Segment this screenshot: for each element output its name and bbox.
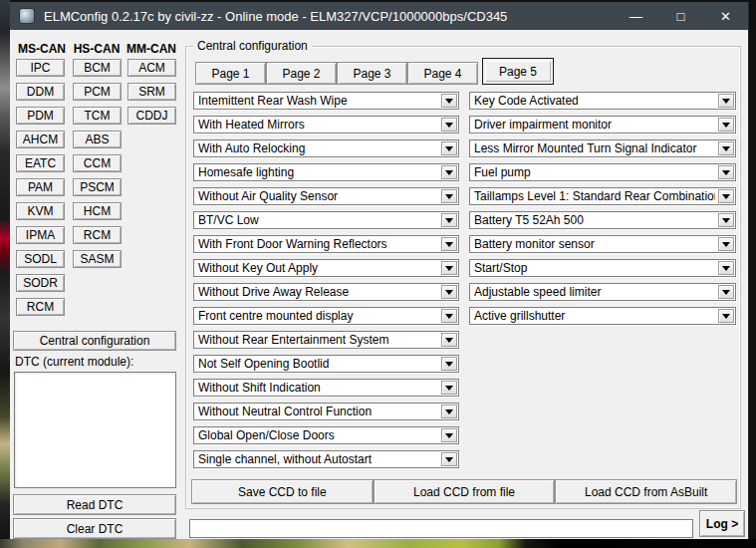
config-dropdown[interactable]: Without Shift Indication [193,379,459,397]
titlebar[interactable]: ELMConfig 0.2.17c by civil-zz - Online m… [10,2,748,30]
module-button[interactable]: SRM [127,83,176,101]
close-button-icon[interactable]: ✕ [703,2,748,30]
dropdown-arrow-button[interactable] [441,285,457,299]
module-button[interactable]: PCM [73,83,122,101]
module-button[interactable]: IPMA [16,226,65,244]
module-button[interactable]: TCM [73,107,122,125]
dropdown-arrow-button[interactable] [441,309,457,323]
dropdown-arrow-button[interactable] [718,118,734,132]
dropdown-arrow-button[interactable] [441,381,457,395]
module-button[interactable]: SASM [73,250,122,268]
config-dropdown[interactable]: Driver impairment monitor [469,116,736,134]
config-dropdown[interactable]: Key Code Activated [469,92,736,110]
config-dropdowns-left: Intemittent Rear Wash Wipe With Heated M… [193,92,459,468]
config-dropdown[interactable]: Without Air Quality Sensor [193,187,459,205]
config-dropdown[interactable]: Not Self Opening Bootlid [193,355,459,373]
config-dropdown[interactable]: Homesafe lighting [193,163,459,181]
dropdown-arrow-button[interactable] [718,261,734,275]
dropdown-arrow-button[interactable] [441,405,457,418]
config-dropdown[interactable]: Single channel, without Autostart [193,450,459,468]
chevron-down-icon [445,362,453,367]
ccd-button[interactable]: Load CCD from file [374,479,556,504]
config-dropdown[interactable]: Less Mirror Mounted Turn Signal Indicato… [469,139,736,157]
chevron-down-icon [445,123,453,128]
dropdown-arrow-button[interactable] [441,94,457,108]
dropdown-arrow-button[interactable] [718,237,734,251]
module-button[interactable]: RCM [16,298,65,316]
config-dropdown[interactable]: Battery monitor sensor [469,235,736,253]
page-tab[interactable]: Page 1 [195,62,266,85]
dropdown-arrow-button[interactable] [441,118,457,132]
dropdown-arrow-button[interactable] [441,141,457,155]
config-dropdown[interactable]: Without Key Out Apply [193,259,459,277]
config-dropdown[interactable]: Taillamps Level 1: Standard Rear Combina… [469,187,736,205]
module-button[interactable]: RCM [73,226,122,244]
config-dropdown[interactable]: Start/Stop [469,259,736,277]
module-button[interactable]: CDDJ [127,107,176,125]
dropdown-arrow-button[interactable] [441,261,457,275]
config-dropdown[interactable]: BT/VC Low [193,211,459,229]
module-button[interactable]: SODL [16,250,65,268]
module-button[interactable]: HCM [73,202,122,220]
dropdown-arrow-button[interactable] [441,452,457,466]
module-button[interactable]: PAM [16,178,65,196]
config-dropdown[interactable]: Front centre mounted display [193,307,459,325]
page-tab[interactable]: Page 5 [482,58,554,85]
minimize-button-icon[interactable]: — [614,2,658,30]
config-dropdown[interactable]: Without Neutral Control Function [193,403,459,420]
log-button[interactable]: Log > [699,510,745,537]
config-dropdown[interactable]: With Heated Mirrors [193,116,459,134]
config-dropdown[interactable]: With Front Door Warning Reflectors [193,235,459,253]
config-dropdown[interactable]: Without Rear Entertainment System [193,331,459,349]
module-button[interactable]: AHCM [16,131,65,148]
module-button[interactable]: SODR [16,274,65,292]
central-configuration-button[interactable]: Central configuration [13,331,176,351]
module-button[interactable]: BCM [73,59,122,77]
ccd-button[interactable]: Save CCD to file [191,479,374,504]
config-dropdown[interactable]: Fuel pump [469,163,736,181]
module-button[interactable]: PSCM [73,178,122,196]
config-dropdown[interactable]: Global Open/Close Doors [193,426,459,444]
module-button[interactable]: CCM [73,154,122,172]
module-button[interactable]: IPC [16,59,65,77]
dropdown-value: Without Air Quality Sensor [198,189,438,203]
page-tab[interactable]: Page 4 [407,62,478,85]
config-dropdown[interactable]: With Auto Relocking [193,139,459,157]
dropdown-arrow-button[interactable] [718,189,734,203]
dropdown-arrow-button[interactable] [718,141,734,155]
dropdown-arrow-button[interactable] [441,165,457,179]
module-button[interactable]: ACM [127,59,176,77]
config-dropdown[interactable]: Adjustable speed limiter [469,283,736,301]
config-dropdown[interactable]: Intemittent Rear Wash Wipe [193,92,459,110]
read-dtc-button[interactable]: Read DTC [13,494,176,515]
dropdown-arrow-button[interactable] [718,285,734,299]
dropdown-arrow-button[interactable] [441,333,457,347]
module-button[interactable]: EATC [16,154,65,172]
config-dropdown[interactable]: Without Drive Away Release [193,283,459,301]
dropdown-arrow-button[interactable] [441,237,457,251]
dropdown-arrow-button[interactable] [441,428,457,442]
dropdown-arrow-button[interactable] [718,165,734,179]
log-input[interactable] [189,519,693,538]
clear-dtc-button[interactable]: Clear DTC [13,518,176,539]
module-button[interactable]: DDM [16,83,65,101]
dropdown-arrow-button[interactable] [441,357,457,371]
maximize-button-icon[interactable]: □ [658,2,703,30]
dropdown-arrow-button[interactable] [718,309,734,323]
config-dropdown[interactable]: Active grillshutter [469,307,736,325]
ms-can-header: MS-CAN [16,42,68,56]
ccd-button[interactable]: Load CCD from AsBuilt [555,479,737,504]
dropdown-arrow-button[interactable] [718,213,734,227]
page-tab[interactable]: Page 3 [337,62,407,85]
dropdown-arrow-button[interactable] [441,213,457,227]
config-dropdown[interactable]: Battery T5 52Ah 500 [469,211,736,229]
dropdown-value: Active grillshutter [474,309,715,323]
dropdown-arrow-button[interactable] [718,94,734,108]
module-button[interactable]: KVM [16,202,65,220]
dropdown-arrow-button[interactable] [441,189,457,203]
dropdown-value: Global Open/Close Doors [198,428,438,442]
module-button[interactable]: ABS [73,131,122,148]
page-tab[interactable]: Page 2 [266,62,337,85]
dtc-listbox[interactable] [14,372,176,488]
module-button[interactable]: PDM [16,107,65,125]
